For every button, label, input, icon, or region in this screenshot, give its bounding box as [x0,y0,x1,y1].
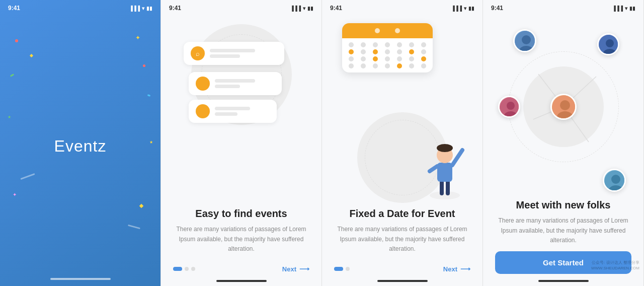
status-bar-4: 9:41 ▐▐▐ ▾ ▮▮ [483,0,643,14]
result-line-2a [215,107,250,110]
watermark: 公众号: 设计达人 整理分享 WWW.SHEIJDAREN.COM [591,260,639,271]
result-avatar-1 [196,77,210,91]
next-arrow-1: ⟶ [299,265,309,273]
search-line-2 [210,54,240,58]
wifi-icon-4: ▾ [625,6,627,11]
next-button-2[interactable]: Next ⟶ [443,265,470,273]
home-indicator-2 [216,280,267,282]
confetti-green [10,74,14,77]
dot-2-2 [346,267,350,271]
cal-d6 [409,42,414,47]
status-time-2: 9:41 [169,5,181,12]
cal-d15 [349,56,354,61]
onboard-text-3: Meet with new folks There are many varia… [483,199,643,251]
confetti-blue [147,94,151,97]
next-button-1[interactable]: Next ⟶ [282,265,309,273]
cal-d5 [397,42,402,47]
avatar-top-left [513,29,536,52]
confetti-pink-star: ✦ [13,192,17,197]
status-time-3: 9:41 [330,5,342,12]
confetti-red2 [143,64,145,67]
svg-rect-2 [446,180,450,195]
cal-d25 [385,63,390,68]
cal-d3 [373,42,378,47]
wifi-icon-3: ▾ [464,6,466,11]
search-illustration-area: ⌕ [161,14,321,208]
onboard-text-1: Easy to find events There are many varia… [161,208,321,260]
battery-icon-2: ▮▮ [307,6,313,11]
onboard-desc-1: There are many variations of passages of… [175,225,307,254]
status-icons-4: ▐▐▐ ▾ ▮▮ [612,6,635,11]
cal-d22 [349,63,354,68]
svg-point-22 [507,102,515,110]
cal-d24 [373,63,378,68]
confetti-yellow [30,54,33,57]
dot-1-2 [185,267,189,271]
result-line-2b [215,112,237,116]
signal-icon: ▐▐▐ [129,6,140,11]
person-figure [422,140,467,205]
panel-onboard-3: 9:41 ▐▐▐ ▾ ▮▮ [483,0,644,286]
onboard-title-2: Fixed a Date for Event [336,208,468,220]
cal-d28 [421,63,426,68]
signal-icon-2: ▐▐▐ [290,6,301,11]
result-card-2 [189,100,277,123]
svg-rect-3 [437,163,452,182]
cal-d27 [409,63,414,68]
cal-d23 [361,63,366,68]
confetti-red [15,39,18,42]
svg-point-7 [437,144,453,152]
status-bar-2: 9:41 ▐▐▐ ▾ ▮▮ [161,0,321,14]
status-icons-1: ▐▐▐ ▾ ▮▮ [129,6,152,11]
next-label-1: Next [282,265,296,273]
status-time-1: 9:41 [8,5,20,12]
svg-point-19 [606,39,614,47]
dot-2-active [334,267,343,271]
home-indicator-4 [538,280,589,282]
battery-icon-4: ▮▮ [629,6,635,11]
cal-d12 [397,49,402,54]
search-lines [210,49,277,58]
dots-1 [173,267,195,271]
cal-grid [342,38,433,73]
cal-d19 [397,56,402,61]
result-lines-2 [215,107,270,116]
signal-icon-4: ▐▐▐ [612,6,623,11]
battery-icon-3: ▮▮ [468,6,474,11]
confetti-yellow2 [139,204,143,208]
avatar-left [498,96,520,118]
cal-header [342,23,433,38]
result-lines-1 [215,79,275,88]
panel-onboard-1: 9:41 ▐▐▐ ▾ ▮▮ ⌕ [161,0,322,286]
cal-d11 [385,49,390,54]
dot-1-3 [191,267,195,271]
search-line-1 [210,49,255,52]
status-icons-3: ▐▐▐ ▾ ▮▮ [451,6,474,11]
confetti-green-star: ★ [8,115,11,119]
cal-d2 [361,42,366,47]
result-card-1 [189,72,282,95]
avatar-top-right [597,33,619,55]
cal-d16 [361,56,366,61]
cal-d4 [385,42,390,47]
cal-d8 [349,49,354,54]
splash-content: ✦ ✦ ★ ★ Eventz [0,14,160,278]
panel-splash: 9:41 ▐▐▐ ▾ ▮▮ ✦ ✦ ★ ★ Eventz [0,0,161,286]
dot-1-active [173,267,182,271]
status-icons-2: ▐▐▐ ▾ ▮▮ [290,6,313,11]
cal-d10 [373,49,378,54]
svg-point-16 [522,35,531,44]
cal-d26 [397,63,402,68]
onboard-text-2: Fixed a Date for Event There are many va… [322,208,482,260]
cal-d18 [385,56,390,61]
app-title: Eventz [54,137,107,156]
cal-d13 [409,49,414,54]
dots-2 [334,267,350,271]
status-time-4: 9:41 [491,5,503,12]
onboard-title-3: Meet with new folks [497,199,629,211]
svg-line-4 [452,150,462,165]
next-arrow-2: ⟶ [460,265,470,273]
cal-pin-left [375,28,380,33]
onboard-footer-2: Next ⟶ [322,260,482,280]
confetti-line [20,173,35,180]
